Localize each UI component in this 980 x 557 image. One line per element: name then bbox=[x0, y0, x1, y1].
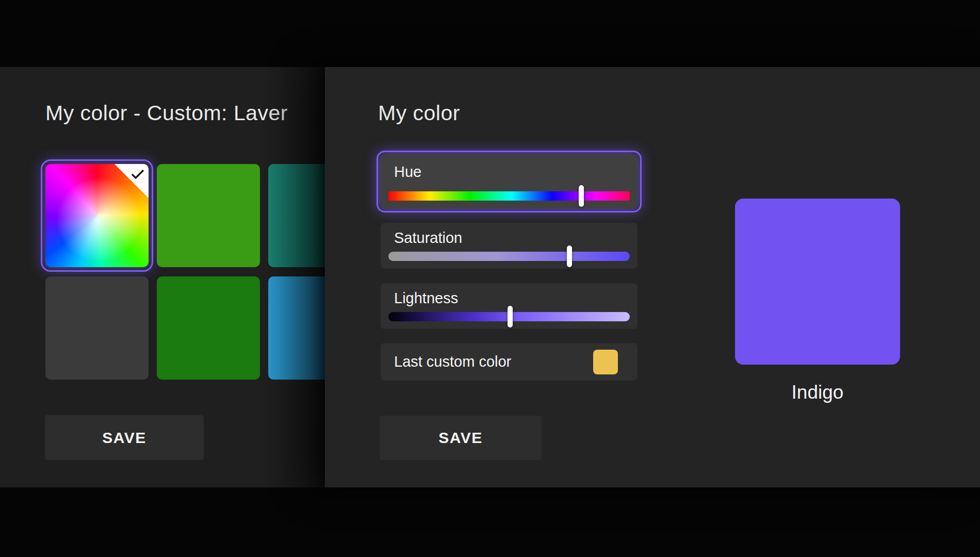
swatch-custom-color[interactable] bbox=[45, 164, 149, 267]
swatch-gray[interactable] bbox=[45, 276, 149, 380]
swatch-dark-green[interactable] bbox=[157, 276, 260, 380]
swatch-teal[interactable] bbox=[268, 164, 325, 267]
color-preview-name: Indigo bbox=[735, 382, 900, 403]
color-preview-swatch bbox=[735, 199, 900, 365]
hue-track[interactable] bbox=[388, 191, 630, 201]
last-custom-color-label: Last custom color bbox=[394, 353, 511, 370]
save-button-right[interactable]: SAVE bbox=[380, 416, 542, 460]
lightness-label: Lightness bbox=[394, 290, 458, 307]
hue-thumb[interactable] bbox=[579, 185, 584, 207]
lightness-thumb[interactable] bbox=[508, 306, 513, 327]
saturation-thumb[interactable] bbox=[567, 245, 572, 267]
last-custom-color-chip bbox=[593, 350, 618, 374]
hue-slider-group[interactable]: Hue bbox=[381, 155, 638, 208]
settings-band: My color - Custom: Laver SAVE My color H… bbox=[0, 67, 980, 487]
page-title-right: My color bbox=[378, 101, 460, 125]
lightness-track[interactable] bbox=[388, 312, 630, 321]
screen: My color - Custom: Laver SAVE My color H… bbox=[0, 0, 980, 557]
swatch-blue[interactable] bbox=[268, 276, 325, 380]
saturation-label: Saturation bbox=[394, 230, 462, 247]
saturation-slider-group[interactable]: Saturation bbox=[381, 223, 638, 269]
hue-label: Hue bbox=[394, 163, 421, 181]
saturation-track[interactable] bbox=[388, 252, 630, 261]
swatch-green[interactable] bbox=[157, 164, 260, 267]
save-button-left[interactable]: SAVE bbox=[45, 415, 204, 460]
custom-color-panel: My color Hue Saturation Lightness bbox=[325, 67, 980, 487]
last-custom-color-row[interactable]: Last custom color bbox=[381, 343, 638, 381]
color-grid-panel: My color - Custom: Laver SAVE bbox=[0, 67, 325, 487]
page-title-left: My color - Custom: Laver bbox=[45, 101, 288, 125]
check-icon bbox=[130, 169, 145, 180]
lightness-slider-group[interactable]: Lightness bbox=[381, 283, 638, 329]
